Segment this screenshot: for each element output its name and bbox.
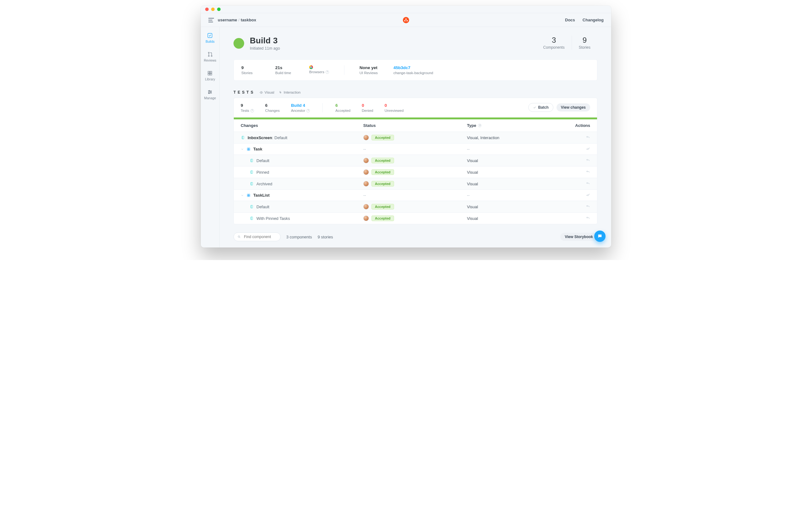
unreviewed-count-value: 0	[385, 103, 404, 108]
type-cell: Visual, Interaction	[467, 135, 564, 140]
svg-point-28	[600, 236, 600, 236]
type-cell: Visual	[467, 170, 564, 175]
sidebar-item-library[interactable]: Library	[205, 70, 215, 81]
tests-title: TESTS	[233, 90, 255, 95]
undo-button[interactable]	[586, 135, 590, 141]
svg-rect-24	[251, 205, 253, 208]
svg-point-8	[209, 90, 210, 91]
sidebar-item-builds[interactable]: Builds	[205, 33, 214, 43]
svg-rect-4	[208, 71, 210, 73]
accept-all-button[interactable]	[586, 192, 590, 198]
svg-rect-13	[247, 148, 249, 149]
undo-button[interactable]	[586, 181, 590, 187]
sidebar-item-label: Reviews	[204, 58, 216, 62]
tests-count-label: Tests	[241, 109, 249, 113]
breadcrumb[interactable]: username / taskbox	[218, 18, 256, 22]
svg-rect-20	[247, 194, 249, 195]
help-icon[interactable]	[251, 109, 254, 113]
nav-changelog[interactable]: Changelog	[583, 18, 604, 22]
component-icon	[246, 147, 251, 151]
brand-logo[interactable]	[403, 17, 409, 23]
summary-buildtime-label: Build time	[275, 71, 294, 75]
undo-button[interactable]	[586, 158, 590, 163]
help-icon[interactable]	[325, 70, 329, 74]
avatar	[363, 181, 369, 187]
accept-all-button[interactable]	[586, 146, 590, 152]
pointer-icon	[279, 91, 282, 94]
view-changes-button[interactable]: View changes	[556, 103, 590, 112]
chevron-down-icon[interactable]	[241, 148, 244, 151]
table-row[interactable]: With Pinned Tasks Accepted Visual	[234, 213, 597, 224]
summary-uireviews-value: None yet	[359, 65, 378, 70]
help-icon[interactable]	[307, 109, 310, 113]
table-row[interactable]: Default Accepted Visual	[234, 201, 597, 213]
svg-rect-17	[251, 159, 253, 162]
story-name: Pinned	[256, 170, 269, 175]
menu-icon[interactable]	[208, 18, 214, 22]
story-icon	[250, 158, 254, 163]
components-count: 3	[543, 36, 565, 44]
chevron-down-icon[interactable]	[241, 194, 244, 197]
svg-rect-16	[249, 149, 250, 150]
svg-rect-19	[251, 182, 253, 185]
chat-support-button[interactable]	[594, 231, 606, 242]
minimize-window-button[interactable]	[211, 7, 214, 11]
table-row[interactable]: Default Accepted Visual	[234, 155, 597, 166]
checkbox-icon	[207, 33, 213, 38]
table-row[interactable]: Pinned Accepted Visual	[234, 166, 597, 178]
sidebar-item-manage[interactable]: Manage	[204, 89, 216, 100]
table-row[interactable]: TaskList -- --	[234, 190, 597, 201]
story-icon	[250, 216, 254, 220]
undo-icon	[586, 204, 590, 209]
build-counts: 3 Components 9 Stories	[536, 36, 598, 50]
find-component-search[interactable]	[233, 233, 281, 241]
type-cell: Visual	[467, 216, 564, 221]
undo-button[interactable]	[586, 170, 590, 175]
type-cell: --	[467, 147, 564, 151]
sidebar: Builds Reviews Library Manage	[201, 27, 220, 247]
breadcrumb-username: username	[218, 18, 237, 22]
search-input[interactable]	[243, 234, 277, 239]
summary-buildtime-value: 21s	[275, 65, 294, 70]
denied-count-value: 0	[362, 103, 373, 108]
svg-rect-23	[249, 195, 250, 196]
story-icon	[250, 182, 254, 186]
ancestor-build-link[interactable]: Build 4	[291, 103, 310, 108]
summary-commit-hash[interactable]: 45b3dc7	[394, 65, 433, 70]
svg-rect-18	[251, 171, 253, 174]
accepted-count-value: 6	[335, 103, 350, 108]
sidebar-item-label: Builds	[205, 39, 214, 43]
table-row[interactable]: Archived Accepted Visual	[234, 178, 597, 190]
svg-rect-25	[251, 217, 253, 220]
avatar	[363, 204, 369, 210]
avatar	[363, 158, 369, 163]
search-icon	[238, 235, 241, 239]
summary-stories-value: 9	[241, 65, 260, 70]
table-row[interactable]: InboxScreen: Default Accepted Visual, In…	[234, 132, 597, 144]
tests-filter-interaction[interactable]: Interaction	[279, 90, 301, 94]
undo-button[interactable]	[586, 204, 590, 210]
close-window-button[interactable]	[205, 7, 209, 11]
mac-titlebar	[201, 6, 611, 13]
batch-button[interactable]: Batch	[528, 103, 553, 112]
table-row[interactable]: Task -- --	[234, 144, 597, 155]
component-icon	[246, 193, 251, 197]
type-cell: Visual	[467, 182, 564, 186]
tests-filter-visual[interactable]: Visual	[260, 90, 274, 94]
build-summary-card: 9 Stories 21s Build time Browsers None y…	[233, 59, 598, 81]
check-icon	[533, 106, 536, 109]
view-storybook-button[interactable]: View Storybook	[560, 233, 598, 241]
undo-button[interactable]	[586, 216, 590, 221]
tests-section-header: TESTS Visual Interaction	[233, 90, 598, 95]
story-name: Default	[256, 158, 269, 163]
help-icon[interactable]	[478, 124, 482, 127]
sidebar-item-reviews[interactable]: Reviews	[204, 52, 216, 62]
chrome-icon	[309, 65, 313, 69]
status-cell: --	[363, 193, 467, 197]
double-check-icon	[586, 146, 590, 151]
svg-rect-14	[249, 148, 250, 149]
main-content: Build 3 Initiated 11m ago 3 Components 9…	[220, 27, 611, 247]
nav-docs[interactable]: Docs	[565, 18, 575, 22]
status-badge: Accepted	[371, 169, 394, 175]
maximize-window-button[interactable]	[217, 7, 221, 11]
